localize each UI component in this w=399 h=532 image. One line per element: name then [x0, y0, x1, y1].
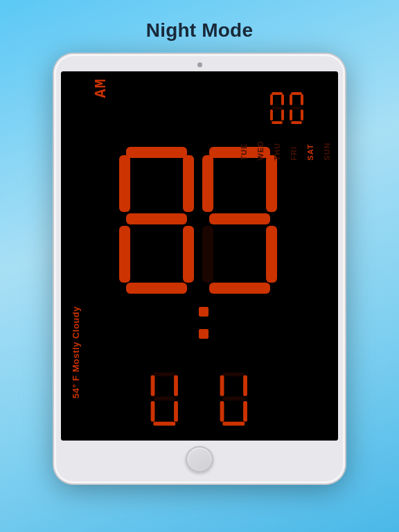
svg-rect-36 — [220, 375, 224, 396]
svg-rect-32 — [151, 400, 155, 421]
svg-rect-26 — [266, 226, 277, 283]
svg-rect-1 — [270, 94, 273, 105]
day-sun: SUN — [323, 141, 331, 161]
svg-rect-40 — [243, 400, 247, 421]
svg-rect-31 — [153, 396, 175, 400]
home-button[interactable] — [186, 446, 213, 473]
day-thu: THU — [273, 141, 281, 161]
svg-rect-34 — [153, 421, 175, 425]
svg-rect-10 — [291, 107, 302, 109]
svg-rect-0 — [272, 92, 283, 95]
svg-rect-11 — [290, 109, 292, 121]
svg-rect-20 — [126, 283, 187, 294]
svg-rect-28 — [153, 372, 175, 376]
day-sat: SAT — [306, 141, 314, 161]
svg-rect-24 — [209, 213, 270, 224]
top-row — [61, 85, 338, 148]
day-wed: WED — [256, 141, 265, 161]
svg-rect-18 — [119, 226, 130, 283]
svg-rect-17 — [126, 213, 187, 224]
svg-rect-14 — [126, 147, 187, 158]
svg-rect-30 — [174, 375, 178, 396]
svg-rect-4 — [270, 109, 273, 121]
svg-rect-23 — [266, 155, 277, 212]
svg-rect-41 — [222, 421, 245, 425]
svg-rect-2 — [281, 94, 284, 105]
svg-rect-29 — [151, 375, 155, 396]
svg-rect-7 — [291, 92, 302, 95]
svg-rect-13 — [291, 121, 302, 124]
svg-rect-9 — [301, 94, 303, 105]
small-hour-display — [269, 91, 310, 129]
svg-rect-38 — [222, 396, 245, 400]
svg-rect-19 — [183, 226, 194, 283]
svg-rect-3 — [272, 107, 283, 109]
days-column: SUN SAT FRI THU WED TUE — [240, 141, 331, 161]
svg-rect-37 — [243, 375, 247, 396]
clock-display: AM — [61, 71, 338, 441]
weather-label: 54° F Mostly Cloudy — [71, 306, 81, 398]
svg-rect-39 — [220, 400, 224, 421]
svg-rect-33 — [174, 400, 178, 421]
svg-rect-12 — [301, 109, 303, 121]
colon-dot-top — [199, 307, 209, 317]
svg-rect-27 — [209, 283, 270, 294]
svg-rect-6 — [272, 121, 283, 124]
large-digits-row — [61, 144, 338, 296]
tablet-camera — [197, 62, 202, 67]
tablet-screen: AM — [61, 71, 338, 441]
svg-rect-35 — [222, 372, 245, 376]
colon-dot-bottom — [199, 329, 209, 339]
svg-rect-16 — [183, 155, 194, 212]
page-title: Night Mode — [146, 19, 253, 42]
svg-rect-8 — [290, 94, 292, 105]
tablet-frame: AM — [54, 54, 345, 484]
day-fri: FRI — [290, 141, 298, 161]
colon-area — [199, 307, 209, 346]
svg-rect-5 — [281, 109, 284, 121]
svg-rect-15 — [119, 155, 130, 212]
svg-rect-22 — [202, 155, 213, 212]
day-tue: TUE — [240, 141, 248, 161]
svg-rect-25 — [202, 226, 213, 283]
